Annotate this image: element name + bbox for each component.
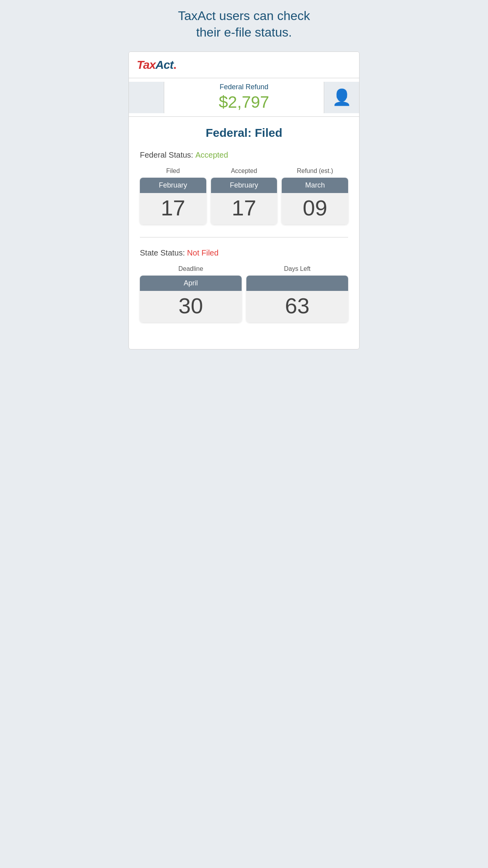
logo-dot: . (173, 58, 176, 72)
filed-month: February (140, 178, 206, 193)
refund-month: March (282, 178, 348, 193)
deadline-label: Deadline (140, 265, 242, 272)
section-divider (140, 237, 348, 237)
state-dates-grid: Deadline April 30 Days Left 63 (140, 265, 348, 322)
deadline-month: April (140, 276, 242, 291)
refund-label: Federal Refund (168, 83, 320, 91)
days-left-calendar: 63 (246, 276, 348, 322)
refund-bar-center: Federal Refund $2,797 (164, 78, 324, 116)
days-left-month (246, 276, 348, 291)
refund-est-label: Refund (est.) (282, 167, 348, 175)
filed-date-col: Filed February 17 (140, 167, 206, 224)
logo-tax: Tax (137, 58, 156, 72)
accepted-month: February (211, 178, 277, 193)
refund-amount: $2,797 (168, 93, 320, 112)
page-title: TaxAct users can check their e-file stat… (128, 8, 360, 40)
deadline-calendar: April 30 (140, 276, 242, 322)
filed-calendar: February 17 (140, 178, 206, 224)
federal-status-label: Federal Status: (140, 151, 195, 159)
refund-bar: Federal Refund $2,797 👤 (129, 78, 359, 117)
refund-calendar: March 09 (282, 178, 348, 224)
card-header: TaxAct. (129, 52, 359, 78)
logo-act: Act (156, 58, 173, 72)
deadline-day: 30 (140, 291, 242, 322)
days-left-label: Days Left (246, 265, 348, 272)
federal-status-value: Accepted (195, 151, 228, 159)
refund-day: 09 (282, 193, 348, 224)
state-status-label: State Status: (140, 248, 187, 257)
deadline-date-col: Deadline April 30 (140, 265, 242, 322)
card-body: Federal: Filed Federal Status: Accepted … (129, 117, 359, 349)
days-left-date-col: Days Left 63 (246, 265, 348, 322)
federal-status-line: Federal Status: Accepted (140, 151, 348, 160)
state-status-line: State Status: Not Filed (140, 248, 348, 257)
refund-date-col: Refund (est.) March 09 (282, 167, 348, 224)
main-card: TaxAct. Federal Refund $2,797 👤 Federal:… (128, 51, 360, 349)
user-icon: 👤 (332, 88, 352, 107)
logo: TaxAct. (137, 58, 351, 72)
federal-dates-grid: Filed February 17 Accepted February 17 R… (140, 167, 348, 224)
accepted-date-col: Accepted February 17 (211, 167, 277, 224)
filed-day: 17 (140, 193, 206, 224)
filed-label: Filed (140, 167, 206, 175)
accepted-day: 17 (211, 193, 277, 224)
federal-section-title: Federal: Filed (140, 126, 348, 140)
state-status-value: Not Filed (187, 248, 218, 257)
refund-bar-left (129, 82, 164, 113)
days-left-day: 63 (246, 291, 348, 322)
accepted-calendar: February 17 (211, 178, 277, 224)
accepted-label: Accepted (211, 167, 277, 175)
refund-bar-right: 👤 (324, 82, 359, 113)
